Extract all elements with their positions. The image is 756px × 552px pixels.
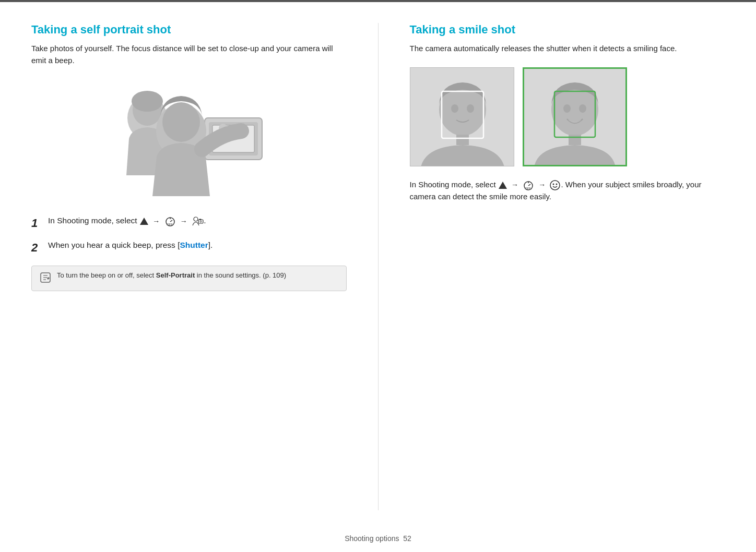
right-description: The camera automatically releases the sh… [410, 43, 725, 55]
self-timer-icon: OFF [164, 216, 176, 226]
note-box: To turn the beep on or off, select Self-… [31, 266, 347, 291]
footer-page: 52 [403, 534, 411, 543]
svg-point-2 [132, 91, 163, 112]
right-self-timer-icon: OFF [522, 180, 535, 190]
right-title: Taking a smile shot [410, 23, 725, 37]
main-content: Taking a self portrait shot Take photos … [0, 2, 756, 531]
svg-marker-34 [499, 182, 507, 189]
smile-image-1 [410, 67, 514, 166]
svg-point-11 [162, 102, 200, 142]
steps-container: 1 In Shooting mode, select → OF [31, 214, 347, 256]
svg-point-39 [550, 181, 560, 190]
svg-marker-12 [140, 218, 148, 225]
step-1-text: In Shooting mode, select → OFF [48, 214, 206, 227]
svg-point-19 [200, 221, 202, 222]
note-pencil-icon [39, 271, 52, 285]
note-bold-text: Self-Portrait [156, 271, 195, 279]
right-arrow-1: → [511, 179, 518, 190]
svg-rect-20 [199, 219, 202, 220]
left-title: Taking a self portrait shot [31, 23, 347, 37]
footer-label: Shooting options [345, 534, 399, 543]
smile-image-2 [523, 67, 627, 166]
svg-point-41 [556, 183, 558, 185]
svg-point-25 [451, 104, 458, 113]
svg-point-26 [467, 104, 474, 113]
left-description: Take photos of yourself. The focus dista… [31, 43, 347, 66]
smile-detect-svg [524, 69, 625, 165]
step-2-text: When you hear a quick beep, press [Shutt… [48, 239, 212, 252]
self-portrait-mode-icon [191, 215, 204, 227]
right-menu-triangle-icon [498, 181, 507, 190]
svg-line-15 [170, 220, 172, 222]
self-portrait-svg [100, 81, 278, 196]
arrow-icon-2: → [180, 215, 187, 227]
footer: Shooting options 52 [0, 534, 756, 543]
svg-rect-18 [198, 220, 203, 223]
svg-rect-24 [456, 135, 469, 145]
svg-text:OFF: OFF [167, 223, 173, 226]
svg-point-31 [563, 104, 571, 113]
menu-triangle-icon [139, 217, 149, 226]
step-2-num: 2 [31, 239, 42, 256]
shutter-highlight: Shutter [180, 241, 208, 249]
svg-point-32 [579, 104, 586, 113]
svg-text:OFF: OFF [525, 187, 531, 190]
self-portrait-illustration [100, 79, 278, 199]
note-text: To turn the beep on or off, select Self-… [57, 271, 286, 279]
svg-line-37 [528, 184, 530, 186]
svg-point-17 [194, 217, 198, 221]
smile-detection-icon [549, 179, 561, 191]
face-detect-svg [410, 68, 514, 166]
arrow-icon-1: → [152, 215, 160, 227]
svg-point-40 [553, 183, 554, 185]
right-column: Taking a smile shot The camera automatic… [379, 23, 725, 510]
left-column: Taking a self portrait shot Take photos … [31, 23, 379, 510]
smile-images-container [410, 67, 725, 166]
step-2: 2 When you hear a quick beep, press [Shu… [31, 239, 347, 256]
step-1: 1 In Shooting mode, select → OF [31, 214, 347, 232]
right-instruction: In Shooting mode, select → OFF → [410, 179, 725, 203]
right-arrow-2: → [538, 179, 546, 190]
footer-text: Shooting options 52 [345, 534, 411, 543]
svg-rect-30 [569, 135, 581, 145]
step-1-num: 1 [31, 214, 42, 232]
